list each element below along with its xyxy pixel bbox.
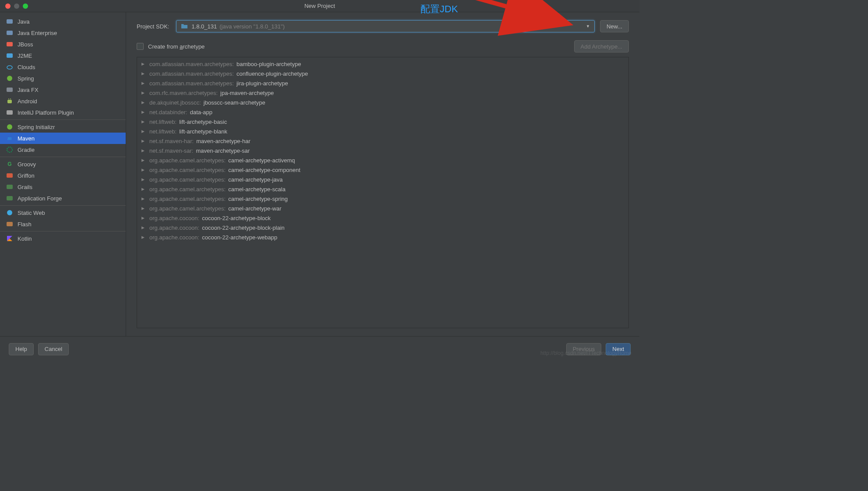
expand-triangle-icon: ▶ <box>141 139 147 143</box>
archetype-row[interactable]: ▶net.sf.maven-har:maven-archetype-har <box>137 136 628 146</box>
sidebar-item-flash[interactable]: Flash <box>0 218 126 230</box>
archetype-row[interactable]: ▶org.apache.cocoon:cocoon-22-archetype-w… <box>137 232 628 242</box>
cloud-icon <box>6 63 13 70</box>
sidebar-item-label: Java Enterprise <box>18 30 57 36</box>
archetype-prefix: org.apache.camel.archetypes: <box>149 186 226 193</box>
sidebar-item-label: Groovy <box>18 161 36 168</box>
archetype-row[interactable]: ▶net.liftweb:lift-archetype-basic <box>137 117 628 126</box>
archetype-prefix: com.atlassian.maven.archetypes: <box>149 70 234 77</box>
expand-triangle-icon: ▶ <box>141 177 147 182</box>
svg-rect-2 <box>7 42 13 46</box>
expand-triangle-icon: ▶ <box>141 62 147 66</box>
folder-fx-icon <box>6 86 13 93</box>
cancel-button[interactable]: Cancel <box>38 343 69 355</box>
svg-rect-13 <box>7 173 13 178</box>
add-archetype-button[interactable]: Add Archetype... <box>574 40 629 53</box>
sidebar-item-static-web[interactable]: Static Web <box>0 207 126 218</box>
archetype-row[interactable]: ▶org.apache.camel.archetypes:camel-arche… <box>137 194 628 203</box>
help-button[interactable]: Help <box>9 343 34 355</box>
create-from-archetype-checkbox[interactable]: Create from archetype <box>137 43 205 50</box>
sidebar-item-android[interactable]: Android <box>0 95 126 107</box>
archetype-name: jira-plugin-archetype <box>236 80 288 87</box>
sidebar-item-java[interactable]: Java <box>0 16 126 27</box>
folder-ee-icon <box>6 29 13 36</box>
archetype-row[interactable]: ▶org.apache.camel.archetypes:camel-arche… <box>137 155 628 165</box>
sidebar-item-spring[interactable]: Spring <box>0 73 126 84</box>
sidebar-item-intellij-platform-plugin[interactable]: IntelliJ Platform Plugin <box>0 107 126 118</box>
sidebar-item-label: Gradle <box>18 147 35 153</box>
archetype-row[interactable]: ▶de.akquinet.jbosscc:jbosscc-seam-archet… <box>137 98 628 107</box>
archetype-row[interactable]: ▶net.liftweb:lift-archetype-blank <box>137 126 628 136</box>
sidebar-item-java-fx[interactable]: Java FX <box>0 84 126 95</box>
archetype-name: lift-archetype-basic <box>179 119 227 125</box>
svg-point-5 <box>7 76 12 81</box>
archetype-name: cocoon-22-archetype-webapp <box>202 234 277 241</box>
archetype-name: confluence-plugin-archetype <box>236 70 308 77</box>
archetype-row[interactable]: ▶com.atlassian.maven.archetypes:bamboo-p… <box>137 59 628 69</box>
archetype-row[interactable]: ▶org.apache.cocoon:cocoon-22-archetype-b… <box>137 213 628 223</box>
sidebar-item-j2me[interactable]: J2ME <box>0 50 126 61</box>
new-sdk-button[interactable]: New... <box>600 20 629 32</box>
archetype-row[interactable]: ▶org.apache.camel.archetypes:camel-arche… <box>137 165 628 175</box>
archetype-row[interactable]: ▶net.sf.maven-sar:maven-archetype-sar <box>137 146 628 155</box>
sidebar-item-maven[interactable]: mMaven <box>0 133 126 144</box>
archetype-row[interactable]: ▶org.apache.camel.archetypes:camel-arche… <box>137 175 628 184</box>
sidebar-item-label: Static Web <box>18 210 45 216</box>
window-title: New Project <box>0 3 639 9</box>
archetype-prefix: com.atlassian.maven.archetypes: <box>149 61 234 67</box>
expand-triangle-icon: ▶ <box>141 71 147 76</box>
archetype-prefix: org.apache.cocoon: <box>149 224 199 231</box>
footer: Help Cancel Previous Next <box>0 336 639 361</box>
sidebar-item-jboss[interactable]: JBoss <box>0 39 126 50</box>
archetype-row[interactable]: ▶net.databinder:data-app <box>137 107 628 117</box>
sidebar-item-clouds[interactable]: Clouds <box>0 61 126 73</box>
expand-triangle-icon: ▶ <box>141 129 147 133</box>
archetype-row[interactable]: ▶com.atlassian.maven.archetypes:confluen… <box>137 69 628 78</box>
sidebar-item-java-enterprise[interactable]: Java Enterprise <box>0 27 126 39</box>
sidebar-separator <box>0 231 126 231</box>
archetype-row[interactable]: ▶org.apache.cocoon:cocoon-22-archetype-b… <box>137 223 628 232</box>
sidebar-item-groovy[interactable]: GGroovy <box>0 158 126 170</box>
archetype-row[interactable]: ▶com.atlassian.maven.archetypes:jira-plu… <box>137 78 628 88</box>
jboss-icon <box>6 41 13 48</box>
sdk-select-dropdown[interactable]: 1.8.0_131 (java version "1.8.0_131") ▼ <box>176 20 594 32</box>
archetype-prefix: net.sf.maven-har: <box>149 138 194 144</box>
archetype-prefix: net.databinder: <box>149 109 187 116</box>
sidebar-item-label: Kotlin <box>18 235 32 242</box>
archetype-row[interactable]: ▶org.apache.camel.archetypes:camel-arche… <box>137 184 628 194</box>
sidebar-item-label: Flash <box>18 221 32 228</box>
sidebar-item-grails[interactable]: Grails <box>0 181 126 193</box>
sidebar-item-label: Spring Initializr <box>18 124 55 130</box>
expand-triangle-icon: ▶ <box>141 235 147 239</box>
archetype-row[interactable]: ▶com.rfc.maven.archetypes:jpa-maven-arch… <box>137 88 628 98</box>
sidebar-item-kotlin[interactable]: Kotlin <box>0 233 126 244</box>
archetype-prefix: org.apache.camel.archetypes: <box>149 157 226 164</box>
sidebar-item-gradle[interactable]: Gradle <box>0 144 126 155</box>
archetype-prefix: org.apache.camel.archetypes: <box>149 205 226 212</box>
archetype-name: maven-archetype-sar <box>196 147 250 154</box>
archetype-name: cocoon-22-archetype-block-plain <box>202 224 285 231</box>
archetype-prefix: net.liftweb: <box>149 128 176 135</box>
svg-rect-1 <box>7 31 13 35</box>
sdk-version: (java version "1.8.0_131") <box>219 23 285 30</box>
expand-triangle-icon: ▶ <box>141 119 147 124</box>
archetype-name: lift-archetype-blank <box>179 128 227 135</box>
sidebar-item-label: J2ME <box>18 53 32 59</box>
j2me-icon <box>6 52 13 59</box>
svg-point-9 <box>10 98 11 99</box>
flash-icon <box>6 221 13 228</box>
archetype-list[interactable]: ▶com.atlassian.maven.archetypes:bamboo-p… <box>137 57 629 328</box>
archetype-prefix: net.sf.maven-sar: <box>149 147 193 154</box>
archetype-name: data-app <box>190 109 212 116</box>
sidebar-item-label: Java FX <box>18 87 39 93</box>
svg-point-12 <box>7 147 12 152</box>
sidebar-item-label: Android <box>18 98 37 105</box>
sidebar-item-spring-initializr[interactable]: Spring Initializr <box>0 121 126 133</box>
sidebar-item-application-forge[interactable]: Application Forge <box>0 193 126 204</box>
grails-icon <box>6 183 13 190</box>
gradle-icon <box>6 146 13 153</box>
archetype-row[interactable]: ▶org.apache.camel.archetypes:camel-arche… <box>137 203 628 213</box>
archetype-name: camel-archetype-activemq <box>228 157 295 164</box>
maven-icon: m <box>6 135 13 142</box>
sidebar-item-griffon[interactable]: Griffon <box>0 170 126 181</box>
